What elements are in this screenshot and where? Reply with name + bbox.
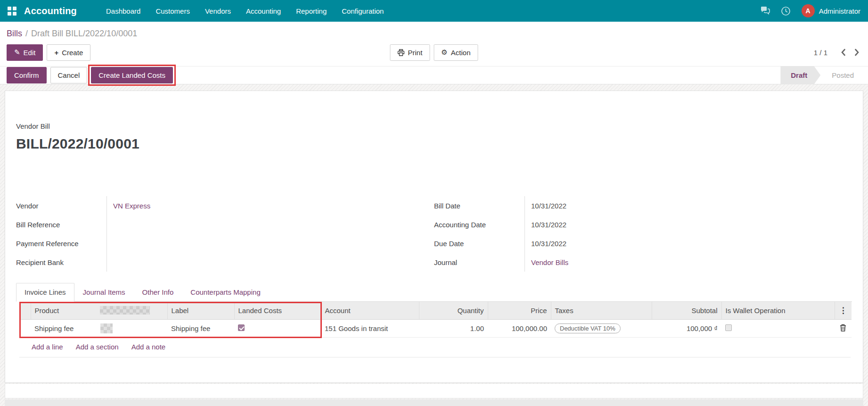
drag-handle-column	[19, 302, 31, 320]
below-sheet-panel	[5, 384, 863, 398]
pencil-icon: ✎	[14, 48, 20, 57]
recipient-bank-label: Recipient Bank	[16, 253, 106, 272]
gear-icon: ⚙	[441, 48, 447, 57]
activities-clock-icon[interactable]	[781, 6, 791, 16]
tab-other-info[interactable]: Other Info	[134, 283, 182, 302]
status-widget: Draft Posted	[780, 66, 861, 84]
due-date-value[interactable]: 10/31/2022	[524, 234, 852, 253]
col-label[interactable]: Label	[167, 302, 234, 320]
invoice-lines-table-wrap: Product Label Landed Costs Account Quant…	[19, 302, 851, 338]
trash-icon[interactable]	[840, 324, 846, 331]
tab-journal-items[interactable]: Journal Items	[74, 283, 134, 302]
field-groups: Vendor VN Express Bill Reference Payment…	[16, 196, 852, 272]
col-price[interactable]: Price	[488, 302, 551, 320]
top-navbar: Accounting Dashboard Customers Vendors A…	[0, 0, 868, 22]
table-header-row: Product Label Landed Costs Account Quant…	[19, 302, 852, 320]
add-a-line-link[interactable]: Add a line	[32, 343, 63, 351]
bill-date-value[interactable]: 10/31/2022	[524, 196, 852, 215]
cell-taxes[interactable]: Deductible VAT 10%	[551, 320, 652, 338]
recipient-bank-value[interactable]	[106, 253, 434, 272]
pager-count: 1 / 1	[814, 49, 827, 57]
cell-price[interactable]: 100,000.00	[488, 320, 551, 338]
col-taxes[interactable]: Taxes	[551, 302, 652, 320]
cell-subtotal[interactable]: 100,000 ₫	[652, 320, 721, 338]
bill-reference-value[interactable]	[106, 215, 434, 234]
add-a-note-link[interactable]: Add a note	[131, 343, 166, 351]
cancel-button[interactable]: Cancel	[50, 67, 88, 83]
create-landed-costs-button[interactable]: Create Landed Costs	[91, 67, 173, 83]
avatar: A	[802, 4, 815, 17]
redacted-blur	[100, 323, 113, 333]
line-add-links: Add a line Add a section Add a note	[19, 338, 851, 357]
main-menu: Dashboard Customers Vendors Accounting R…	[98, 0, 391, 22]
edit-button[interactable]: ✎ Edit	[7, 44, 43, 61]
pager-previous-icon[interactable]	[839, 47, 848, 58]
user-name: Administrator	[819, 7, 860, 15]
cell-product[interactable]: Shipping fee	[31, 320, 167, 338]
vendor-value[interactable]: VN Express	[106, 196, 434, 215]
left-field-group: Vendor VN Express Bill Reference Payment…	[16, 196, 434, 272]
statusbar: Confirm Cancel Create Landed Costs Draft…	[0, 66, 868, 84]
create-button[interactable]: + Create	[47, 44, 90, 61]
notebook-tabs: Invoice Lines Journal Items Other Info C…	[16, 283, 852, 302]
landed-costs-checkbox[interactable]	[238, 324, 245, 331]
breadcrumb-separator: /	[25, 29, 28, 38]
status-draft[interactable]: Draft	[780, 66, 820, 84]
right-field-group: Bill Date 10/31/2022 Accounting Date 10/…	[434, 196, 852, 272]
chatter-strip	[5, 399, 863, 406]
drag-handle-cell	[19, 320, 31, 338]
vendor-bill-sheet: Vendor Bill BILL/2022/10/0001 Vendor VN …	[5, 91, 863, 383]
due-date-label: Due Date	[434, 234, 524, 253]
cell-quantity[interactable]: 1.00	[419, 320, 488, 338]
cell-account[interactable]: 151 Goods in transit	[321, 320, 419, 338]
cell-delete[interactable]	[835, 320, 852, 338]
menu-accounting[interactable]: Accounting	[238, 0, 288, 22]
menu-customers[interactable]: Customers	[148, 0, 197, 22]
accounting-date-value[interactable]: 10/31/2022	[524, 215, 852, 234]
pager-next-icon[interactable]	[852, 47, 861, 58]
app-name[interactable]: Accounting	[24, 6, 77, 17]
document-type-label: Vendor Bill	[16, 122, 852, 130]
vendor-label: Vendor	[16, 196, 106, 215]
cell-is-wallet-operation[interactable]	[721, 320, 835, 338]
plus-icon: +	[54, 49, 58, 57]
tax-badge[interactable]: Deductible VAT 10%	[555, 323, 621, 333]
tab-invoice-lines[interactable]: Invoice Lines	[16, 283, 74, 302]
journal-label: Journal	[434, 253, 524, 272]
menu-dashboard[interactable]: Dashboard	[98, 0, 148, 22]
col-product[interactable]: Product	[31, 302, 167, 320]
redacted-blur	[100, 306, 150, 315]
menu-vendors[interactable]: Vendors	[197, 0, 238, 22]
print-button[interactable]: Print	[390, 44, 430, 61]
bill-number-title: BILL/2022/10/0001	[16, 136, 852, 152]
payment-reference-label: Payment Reference	[16, 234, 106, 253]
user-menu[interactable]: A Administrator	[802, 4, 860, 17]
optional-columns-icon[interactable]: ⋮	[835, 302, 852, 320]
cell-landed-costs[interactable]	[234, 320, 321, 338]
apps-grid-icon[interactable]	[8, 7, 16, 16]
action-button[interactable]: ⚙ Action	[434, 44, 478, 61]
is-wallet-operation-checkbox[interactable]	[725, 324, 732, 331]
bill-date-label: Bill Date	[434, 196, 524, 215]
menu-reporting[interactable]: Reporting	[288, 0, 334, 22]
breadcrumb-bills[interactable]: Bills	[7, 29, 22, 38]
invoice-line-row[interactable]: Shipping fee Shipping fee 151 Goods in t…	[19, 320, 852, 338]
printer-icon	[398, 49, 405, 56]
menu-configuration[interactable]: Configuration	[334, 0, 391, 22]
col-subtotal[interactable]: Subtotal	[652, 302, 721, 320]
col-is-wallet-operation[interactable]: Is Wallet Operation	[721, 302, 835, 320]
button-row: ✎ Edit + Create Print ⚙ Action 1 / 1	[7, 44, 861, 61]
col-landed-costs[interactable]: Landed Costs	[234, 302, 321, 320]
status-posted[interactable]: Posted	[820, 66, 861, 84]
bill-reference-label: Bill Reference	[16, 215, 106, 234]
cell-label[interactable]: Shipping fee	[167, 320, 234, 338]
messages-icon[interactable]	[760, 6, 770, 16]
invoice-lines-table: Product Label Landed Costs Account Quant…	[19, 302, 852, 338]
payment-reference-value[interactable]	[106, 234, 434, 253]
journal-value[interactable]: Vendor Bills	[524, 253, 852, 272]
tab-counterparts-mapping[interactable]: Counterparts Mapping	[182, 283, 269, 302]
col-quantity[interactable]: Quantity	[419, 302, 488, 320]
add-a-section-link[interactable]: Add a section	[76, 343, 119, 351]
confirm-button[interactable]: Confirm	[7, 67, 47, 83]
col-account[interactable]: Account	[321, 302, 419, 320]
